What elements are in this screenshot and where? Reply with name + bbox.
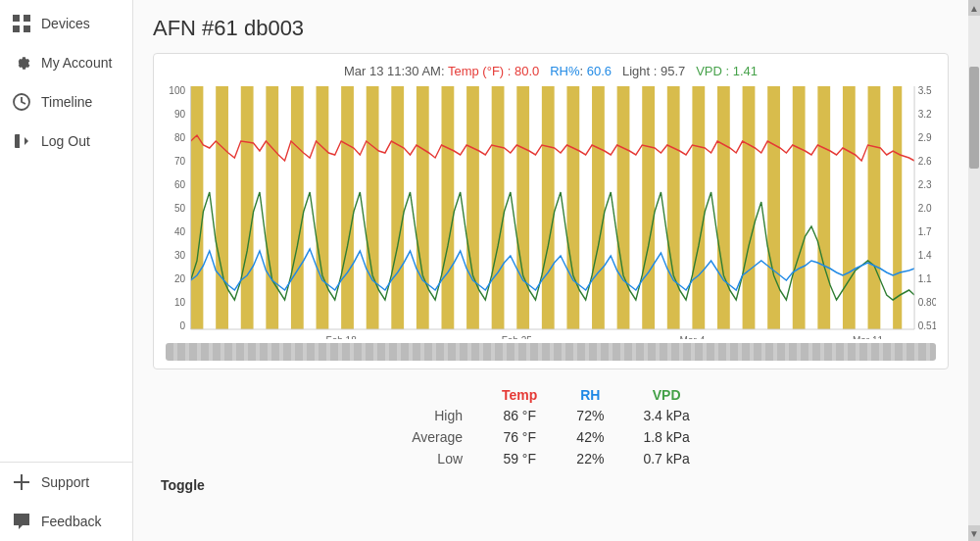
stats-row-rh: 72% xyxy=(557,405,623,426)
svg-rect-33 xyxy=(241,86,254,329)
chart-light-label: Light : xyxy=(622,64,657,78)
svg-rect-44 xyxy=(516,86,529,329)
svg-rect-34 xyxy=(266,86,278,329)
stats-row-temp: 86 °F xyxy=(482,405,557,426)
chart-temp-value: 80.0 xyxy=(514,64,539,78)
svg-text:100: 100 xyxy=(169,84,185,96)
chart-rh-label: RH% xyxy=(550,64,579,78)
svg-rect-6 xyxy=(14,481,29,483)
stats-row: High 86 °F 72% 3.4 kPa xyxy=(392,405,710,426)
sidebar-item-support[interactable]: Support xyxy=(0,463,132,502)
svg-rect-56 xyxy=(817,86,830,329)
svg-rect-39 xyxy=(391,86,404,329)
toggle-label: Toggle xyxy=(161,477,205,493)
stats-row-temp: 76 °F xyxy=(482,426,557,448)
scroll-down-arrow[interactable]: ▼ xyxy=(968,525,980,541)
stats-row-label: Average xyxy=(392,426,482,448)
svg-text:0.51: 0.51 xyxy=(918,320,936,332)
svg-rect-43 xyxy=(492,86,505,329)
svg-rect-38 xyxy=(367,86,379,329)
sidebar-label-my-account: My Account xyxy=(41,55,112,71)
svg-text:1.4: 1.4 xyxy=(918,249,932,262)
svg-text:0: 0 xyxy=(180,320,186,332)
svg-rect-46 xyxy=(566,86,579,329)
svg-rect-42 xyxy=(466,86,479,329)
stats-col-header-vpd: VPD xyxy=(623,385,709,405)
chart-area: 100 90 80 70 60 50 40 30 20 10 0 3.5 3.2… xyxy=(166,84,936,339)
scroll-thumb[interactable] xyxy=(969,67,979,169)
stats-row-label: Low xyxy=(392,448,482,469)
stats-row-temp: 59 °F xyxy=(482,448,557,469)
svg-text:2.3: 2.3 xyxy=(918,178,932,191)
sidebar-label-log-out: Log Out xyxy=(41,133,90,149)
svg-text:70: 70 xyxy=(174,155,185,168)
svg-text:2.9: 2.9 xyxy=(918,131,932,144)
svg-text:3.2: 3.2 xyxy=(918,108,932,121)
svg-text:Feb 25: Feb 25 xyxy=(502,334,532,339)
stats-section: Temp RH VPD High 86 °F 72% 3.4 kPa Avera… xyxy=(153,385,949,469)
chart-scrollbar-thumb[interactable] xyxy=(166,343,936,361)
stats-row-rh: 22% xyxy=(557,448,623,469)
main-content: AFN #61 db003 Mar 13 11:30 AM: Temp (°F)… xyxy=(133,0,968,541)
chart-svg: 100 90 80 70 60 50 40 30 20 10 0 3.5 3.2… xyxy=(166,84,936,339)
plus-icon xyxy=(12,472,31,492)
svg-rect-53 xyxy=(743,86,756,329)
stats-row-vpd: 1.8 kPa xyxy=(623,426,709,448)
stats-table: Temp RH VPD High 86 °F 72% 3.4 kPa Avera… xyxy=(392,385,710,469)
svg-rect-55 xyxy=(793,86,806,329)
chart-container: Mar 13 11:30 AM: Temp (°F) : 80.0 RH%: 6… xyxy=(153,53,949,369)
sidebar-item-feedback[interactable]: Feedback xyxy=(0,502,132,541)
svg-rect-58 xyxy=(868,86,881,329)
svg-rect-49 xyxy=(642,86,655,329)
svg-rect-40 xyxy=(416,86,429,329)
svg-rect-41 xyxy=(441,86,454,329)
svg-rect-47 xyxy=(592,86,605,329)
svg-rect-3 xyxy=(24,25,30,32)
svg-text:Mar 11: Mar 11 xyxy=(853,334,883,339)
stats-col-header-rh: RH xyxy=(557,385,623,405)
chart-light-value: 95.7 xyxy=(661,64,685,78)
svg-text:60: 60 xyxy=(174,178,185,191)
chart-date: Mar 13 11:30 AM: xyxy=(344,64,445,78)
svg-text:Mar 4: Mar 4 xyxy=(680,334,706,339)
svg-rect-1 xyxy=(24,15,30,22)
svg-text:10: 10 xyxy=(174,296,185,309)
stats-row: Average 76 °F 42% 1.8 kPa xyxy=(392,426,710,448)
page-title: AFN #61 db003 xyxy=(153,16,949,41)
svg-rect-50 xyxy=(667,86,680,329)
sidebar-item-timeline[interactable]: Timeline xyxy=(0,82,132,122)
comment-icon xyxy=(12,512,31,531)
svg-rect-31 xyxy=(191,86,204,329)
svg-text:90: 90 xyxy=(174,108,185,121)
svg-text:2.0: 2.0 xyxy=(918,202,932,215)
svg-text:2.6: 2.6 xyxy=(918,155,932,168)
svg-rect-51 xyxy=(692,86,705,329)
svg-text:Feb 18: Feb 18 xyxy=(326,334,357,339)
sidebar: Devices My Account Timeline Log Out Supp… xyxy=(0,0,133,541)
clock-icon xyxy=(12,92,31,112)
svg-text:3.5: 3.5 xyxy=(918,84,932,96)
sidebar-item-my-account[interactable]: My Account xyxy=(0,43,132,82)
gear-icon xyxy=(12,53,31,73)
svg-rect-57 xyxy=(843,86,856,329)
svg-rect-0 xyxy=(13,15,20,22)
scroll-track xyxy=(968,16,980,525)
sidebar-item-devices[interactable]: Devices xyxy=(0,4,132,43)
svg-rect-32 xyxy=(216,86,228,329)
grid-icon xyxy=(12,14,31,33)
logout-icon xyxy=(12,131,31,151)
chart-vpd-label: VPD : xyxy=(696,64,729,78)
sidebar-item-log-out[interactable]: Log Out xyxy=(0,122,132,161)
chart-scrollbar[interactable] xyxy=(166,343,936,361)
stats-row: Low 59 °F 22% 0.7 kPa xyxy=(392,448,710,469)
sidebar-label-timeline: Timeline xyxy=(41,94,92,110)
stats-col-header-temp: Temp xyxy=(482,385,557,405)
svg-text:0.80: 0.80 xyxy=(918,296,936,309)
chart-vpd-value: 1.41 xyxy=(733,64,758,78)
scroll-up-arrow[interactable]: ▲ xyxy=(968,0,980,16)
svg-rect-48 xyxy=(617,86,630,329)
stats-row-vpd: 0.7 kPa xyxy=(623,448,709,469)
svg-rect-59 xyxy=(893,86,902,329)
sidebar-label-support: Support xyxy=(41,474,89,490)
svg-text:50: 50 xyxy=(174,202,185,215)
